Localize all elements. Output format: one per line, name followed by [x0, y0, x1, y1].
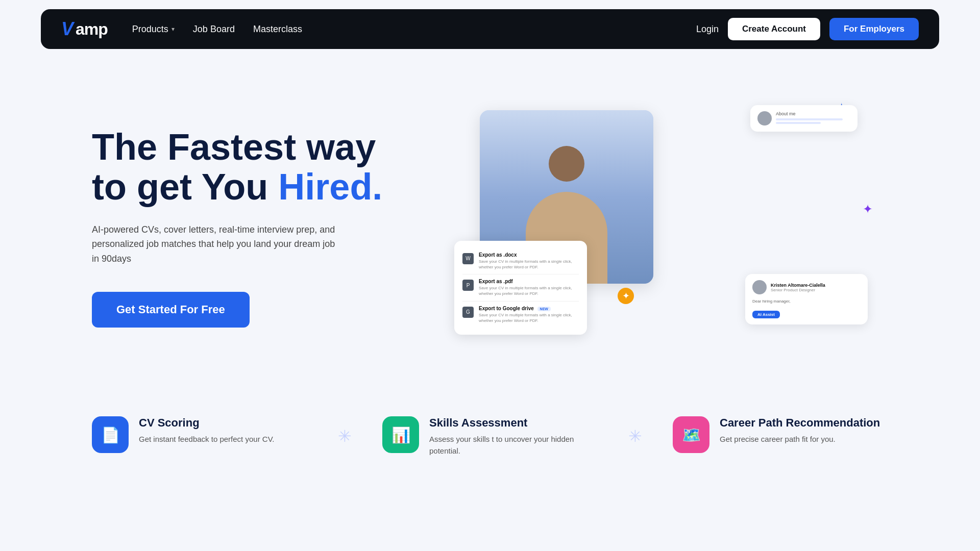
chevron-down-icon: ▾: [172, 26, 175, 33]
nav-item-jobboard[interactable]: Job Board: [193, 24, 235, 35]
skills-assessment-title: Skills Assessment: [429, 416, 598, 430]
hero-title-line1: The Fastest way: [92, 127, 376, 167]
about-lines: About me: [776, 111, 850, 126]
export-gdrive-label: Export to Google drive NEW: [479, 306, 579, 311]
about-bar-short: [776, 122, 821, 124]
logo-amp: amp: [76, 20, 108, 39]
cover-header: Kristen Altomare-Cialella Senior Product…: [752, 280, 861, 294]
feature-card-skills-assessment: 📊 Skills Assessment Assess your skills t…: [382, 416, 598, 457]
ai-assist-badge[interactable]: AI Assist: [752, 311, 780, 318]
nav-links: Products ▾ Job Board Masterclass: [132, 24, 302, 35]
star-purple-icon: ✦: [863, 202, 873, 216]
about-avatar: [757, 111, 772, 126]
skills-assessment-text: Skills Assessment Assess your skills t t…: [429, 416, 598, 457]
hero-title-line2: to get You: [92, 166, 278, 207]
star-yellow-icon: ✦: [618, 288, 634, 304]
hero-left: The Fastest way to get You Hired. AI-pow…: [92, 128, 398, 328]
products-link[interactable]: Products ▾: [132, 24, 175, 35]
career-path-desc: Get precise career path fit for you.: [720, 434, 880, 445]
career-path-icon-wrap: 🗺️: [673, 416, 709, 453]
cv-scoring-title: CV Scoring: [139, 416, 274, 430]
hero-title-hired: Hired.: [278, 166, 382, 207]
new-badge: NEW: [537, 307, 551, 311]
person-head: [549, 146, 584, 182]
navbar: V amp Products ▾ Job Board Masterclass: [41, 9, 939, 49]
export-row-docx: W Export as .docx Save your CV in multip…: [462, 248, 579, 274]
export-row-gdrive: G Export to Google drive NEW Save your C…: [462, 302, 579, 328]
login-button[interactable]: Login: [696, 24, 719, 35]
skills-assessment-icon: 📊: [391, 426, 410, 444]
about-bar-long: [776, 118, 843, 120]
nav-item-products[interactable]: Products ▾: [132, 24, 175, 35]
export-gdrive-icon: G: [462, 307, 474, 318]
skills-assessment-desc: Assess your skills t to uncover your hid…: [429, 434, 598, 457]
export-docx-icon: W: [462, 253, 474, 264]
cv-scoring-text: CV Scoring Get instant feedback to perfe…: [139, 416, 274, 445]
export-docx-desc: Save your CV in multiple formats with a …: [479, 259, 579, 270]
masterclass-label: Masterclass: [253, 24, 302, 35]
nav-right: Login Create Account For Employers: [696, 18, 919, 40]
cover-greeting: Dear hiring manager,: [752, 298, 861, 305]
hero-section: The Fastest way to get You Hired. AI-pow…: [0, 49, 980, 396]
export-card: W Export as .docx Save your CV in multip…: [454, 241, 587, 335]
about-me-card: About me: [750, 105, 857, 132]
hero-visual: ✦ About me W Export as: [429, 100, 888, 355]
cover-letter-card: Kristen Altomare-Cialella Senior Product…: [745, 274, 868, 324]
logo[interactable]: V amp: [61, 20, 108, 39]
jobboard-label: Job Board: [193, 24, 235, 35]
export-pdf-label: Export as .pdf: [479, 279, 579, 284]
feature-sep-2: ✳: [628, 427, 642, 446]
get-started-button[interactable]: Get Started For Free: [92, 292, 250, 328]
export-pdf-desc: Save your CV in multiple formats with a …: [479, 285, 579, 296]
export-pdf-icon: P: [462, 280, 474, 291]
feature-card-cv-scoring: 📄 CV Scoring Get instant feedback to per…: [92, 416, 307, 453]
export-docx-text: Export as .docx Save your CV in multiple…: [479, 252, 579, 270]
jobboard-link[interactable]: Job Board: [193, 24, 235, 35]
export-pdf-text: Export as .pdf Save your CV in multiple …: [479, 279, 579, 296]
feature-sep-1: ✳: [338, 427, 352, 446]
career-path-text: Career Path Recommendation Get precise c…: [720, 416, 880, 445]
nav-item-masterclass[interactable]: Masterclass: [253, 24, 302, 35]
features-section: 📄 CV Scoring Get instant feedback to per…: [0, 396, 980, 487]
export-row-pdf: P Export as .pdf Save your CV in multipl…: [462, 274, 579, 301]
export-gdrive-desc: Save your CV in multiple formats with a …: [479, 312, 579, 323]
cover-identity: Kristen Altomare-Cialella Senior Product…: [771, 283, 825, 292]
cv-scoring-icon: 📄: [101, 426, 120, 444]
career-path-icon: 🗺️: [682, 426, 701, 444]
create-account-button[interactable]: Create Account: [728, 18, 820, 40]
cv-scoring-desc: Get instant feedback to perfect your CV.: [139, 434, 274, 445]
feature-card-career-path: 🗺️ Career Path Recommendation Get precis…: [673, 416, 888, 453]
products-label: Products: [132, 24, 168, 35]
nav-left: V amp Products ▾ Job Board Masterclass: [61, 20, 302, 39]
about-label: About me: [776, 111, 850, 116]
logo-v-icon: V: [61, 20, 74, 38]
cover-name: Kristen Altomare-Cialella: [771, 283, 825, 288]
export-gdrive-text: Export to Google drive NEW Save your CV …: [479, 306, 579, 323]
hero-subtitle: AI-powered CVs, cover letters, real-time…: [92, 222, 337, 266]
cv-scoring-icon-wrap: 📄: [92, 416, 129, 453]
hero-title: The Fastest way to get You Hired.: [92, 128, 398, 207]
cover-title: Senior Product Designer: [771, 288, 825, 292]
export-docx-label: Export as .docx: [479, 252, 579, 258]
masterclass-link[interactable]: Masterclass: [253, 24, 302, 35]
skills-assessment-icon-wrap: 📊: [382, 416, 419, 453]
cover-avatar: [752, 280, 767, 294]
career-path-title: Career Path Recommendation: [720, 416, 880, 430]
for-employers-button[interactable]: For Employers: [829, 18, 919, 40]
